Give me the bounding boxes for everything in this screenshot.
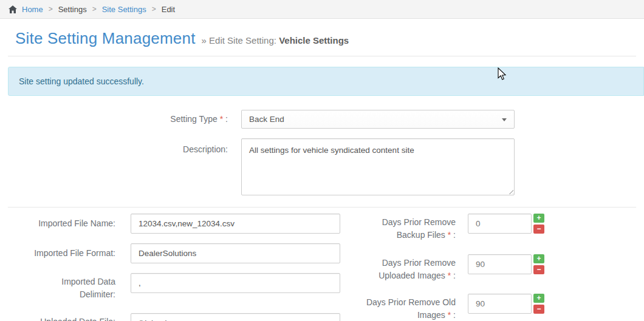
increment-button[interactable]: +: [533, 294, 544, 303]
stepper: + −: [533, 294, 544, 314]
setting-type-selected-value: Back End: [249, 115, 284, 124]
imported-file-format-input[interactable]: [131, 243, 340, 263]
page-title: Site Setting Management: [15, 29, 196, 48]
breadcrumb-site-settings[interactable]: Site Settings: [102, 5, 146, 14]
decrement-button[interactable]: −: [533, 305, 544, 314]
page-header: Site Setting Management » Edit Site Sett…: [15, 29, 632, 48]
days-prior-remove-old-images-input[interactable]: [468, 294, 532, 314]
breadcrumb-settings: Settings: [58, 5, 87, 14]
page-subtitle: » Edit Site Setting: Vehicle Settings: [202, 35, 349, 46]
stepper: + −: [533, 214, 544, 234]
breadcrumb-separator: >: [49, 5, 53, 13]
page-subtitle-prefix: » Edit Site Setting:: [202, 35, 276, 46]
required-asterisk: *: [220, 114, 223, 124]
section-divider: [8, 207, 636, 208]
imported-data-delimiter-input[interactable]: [131, 273, 340, 293]
breadcrumb-home[interactable]: Home: [22, 5, 43, 14]
home-icon: [9, 5, 17, 13]
breadcrumb-separator: >: [152, 5, 156, 13]
chevron-down-icon: [502, 118, 507, 121]
imported-data-delimiter-label: Imported Data Delimiter:: [24, 275, 115, 301]
page-subtitle-name: Vehicle Settings: [279, 35, 349, 46]
success-alert: Site setting updated successfully.: [8, 67, 644, 96]
imported-file-format-label: Imported File Format:: [24, 243, 115, 263]
days-prior-remove-old-images-label: Days Prior Remove Old Images * :: [355, 296, 456, 321]
setting-type-label: Setting Type * :: [15, 110, 228, 129]
breadcrumb-separator: >: [92, 5, 97, 13]
breadcrumb: Home > Settings > Site Settings > Edit: [0, 0, 644, 19]
uploaded-data-file-label: Uploaded Data File:: [24, 316, 115, 321]
required-asterisk: *: [448, 271, 451, 280]
description-label: Description:: [15, 143, 228, 156]
breadcrumb-edit: Edit: [162, 5, 175, 14]
setting-type-select[interactable]: Back End: [241, 110, 515, 129]
increment-button[interactable]: +: [533, 254, 544, 263]
days-prior-remove-uploaded-images-input[interactable]: [468, 254, 532, 274]
required-asterisk: *: [448, 230, 451, 240]
imported-file-name-input[interactable]: [131, 214, 340, 234]
required-asterisk: *: [448, 310, 451, 320]
uploaded-data-file-input[interactable]: [131, 313, 340, 321]
description-textarea[interactable]: All settings for vehicle syndicated cont…: [241, 138, 515, 195]
header-divider: [8, 56, 636, 56]
decrement-button[interactable]: −: [533, 225, 544, 234]
increment-button[interactable]: +: [533, 214, 544, 223]
days-prior-remove-uploaded-images-label: Days Prior Remove Uploaded Images * :: [355, 257, 456, 282]
days-prior-remove-backup-files-input[interactable]: [468, 214, 532, 234]
imported-file-name-label: Imported File Name:: [24, 214, 115, 234]
days-prior-remove-backup-files-label: Days Prior Remove Backup Files * :: [355, 216, 456, 242]
stepper: + −: [533, 254, 544, 274]
decrement-button[interactable]: −: [533, 265, 544, 274]
success-alert-message: Site setting updated successfully.: [19, 76, 144, 86]
